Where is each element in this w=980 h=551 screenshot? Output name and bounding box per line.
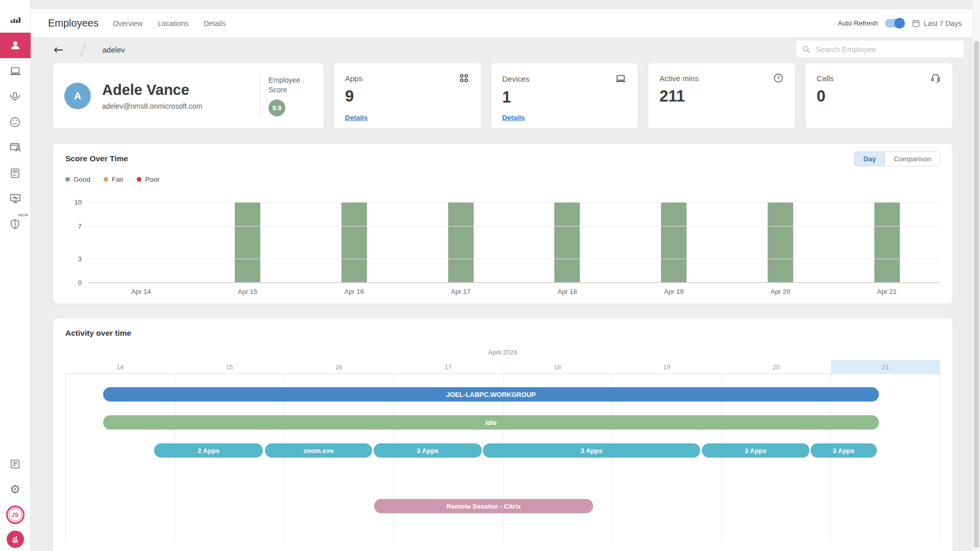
x-tick-label: Apr 21 xyxy=(834,288,940,295)
browser-user-icon xyxy=(9,141,22,154)
day-cell-21[interactable]: 21 xyxy=(831,360,940,373)
day-cell-17[interactable]: 17 xyxy=(394,360,503,373)
x-tick-label: Apr 14 xyxy=(88,288,194,295)
view-toggle-day[interactable]: Day xyxy=(854,152,885,166)
sidebar-item-notes[interactable] xyxy=(0,451,31,477)
tab-details[interactable]: Details xyxy=(204,16,226,31)
auto-refresh-label: Auto Refresh xyxy=(838,19,878,27)
employee-score-badge: 9.9 xyxy=(268,99,285,116)
stat-card-apps: Apps9Details xyxy=(334,63,481,129)
breadcrumb-divider xyxy=(80,42,87,57)
date-range-picker[interactable]: Last 7 Days xyxy=(912,19,962,28)
back-arrow-icon[interactable]: ← xyxy=(54,44,63,56)
gantt-bar-apps[interactable]: 3 Apps xyxy=(702,443,810,458)
day-cell-20[interactable]: 20 xyxy=(722,360,831,373)
gantt-bar-apps[interactable]: 3 Apps xyxy=(374,443,481,458)
legend-item-fair: Fair xyxy=(104,176,124,183)
page-header: Employees OverviewLocationsDetails Auto … xyxy=(31,9,980,38)
employee-name: Adele Vance xyxy=(102,82,252,98)
scrollbar-thumb[interactable] xyxy=(974,41,979,548)
gridline xyxy=(88,282,940,283)
monitor-pulse-icon xyxy=(9,192,22,205)
breadcrumb: ← adelev xyxy=(31,38,980,61)
sidebar-item-reports[interactable] xyxy=(0,160,31,186)
employee-email: adelev@nms8.onmicrosoft.com xyxy=(102,102,252,110)
details-link[interactable]: Details xyxy=(345,114,368,121)
timeline-day-axis: 1415161718192021 xyxy=(65,360,940,373)
sidebar-item-wellbeing[interactable] xyxy=(0,109,31,135)
brand-logo-icon xyxy=(7,531,24,548)
gantt-bar-remote-session[interactable]: Remote Session - Citrix xyxy=(374,499,593,513)
details-link[interactable]: Details xyxy=(502,114,525,121)
y-tick-label: 3 xyxy=(78,255,82,263)
gridline xyxy=(88,226,940,227)
view-toggle-comparison[interactable]: Comparison xyxy=(885,152,940,166)
search-input[interactable] xyxy=(816,45,958,54)
sidebar-item-meetings[interactable] xyxy=(0,84,31,109)
stat-label: Calls xyxy=(817,74,834,83)
score-over-time-panel: Score Over Time DayComparison GoodFairPo… xyxy=(53,144,952,304)
calendar-icon xyxy=(912,19,920,28)
stat-value: 1 xyxy=(502,88,627,107)
stat-label: Active mins xyxy=(659,74,699,83)
main-content: Employees OverviewLocationsDetails Auto … xyxy=(31,0,980,551)
score-chart-x-axis: Apr 14Apr 15Apr 16Apr 17Apr 18Apr 19Apr … xyxy=(88,288,940,295)
employee-avatar: A xyxy=(64,83,91,109)
legend-label: Fair xyxy=(112,176,124,183)
sidebar-item-user-sessions[interactable] xyxy=(0,135,31,160)
date-range-label: Last 7 Days xyxy=(924,19,962,28)
employee-score-block: Employee Score 9.9 xyxy=(268,76,312,116)
gantt-bar-machine[interactable]: JOEL-LABPC.WORKGROUP xyxy=(103,387,879,402)
sidebar-item-settings[interactable]: ⚙ xyxy=(0,477,31,502)
sidebar-item-analytics[interactable] xyxy=(0,7,31,33)
legend-label: Good xyxy=(74,176,90,183)
gantt-bar-apps[interactable]: 3 Apps xyxy=(811,443,877,458)
score-bar xyxy=(448,203,474,283)
gantt-bar-apps[interactable]: zoom.exe xyxy=(265,443,372,458)
day-comparison-toggle: DayComparison xyxy=(854,152,940,166)
notes-icon xyxy=(9,458,21,470)
gantt-bar-apps[interactable]: 3 Apps xyxy=(483,443,700,458)
employee-identity: Adele Vance adelev@nms8.onmicrosoft.com xyxy=(102,82,252,110)
sidebar-item-employees[interactable] xyxy=(0,33,31,58)
day-cell-16[interactable]: 16 xyxy=(284,360,394,373)
tab-locations[interactable]: Locations xyxy=(158,16,188,31)
smiley-icon xyxy=(9,116,21,129)
laptop-icon xyxy=(9,64,22,78)
new-badge: NEW xyxy=(18,213,28,217)
page-title: Employees xyxy=(48,17,99,29)
stat-value: 0 xyxy=(817,87,941,106)
brand-logo-item[interactable] xyxy=(0,528,31,551)
laptop-icon xyxy=(615,72,627,85)
avatar-initials: JS xyxy=(9,508,22,521)
stat-card-active-mins: Active mins211 xyxy=(648,63,795,129)
day-cell-18[interactable]: 18 xyxy=(503,360,612,373)
bar-chart-icon xyxy=(9,14,21,26)
score-bar xyxy=(235,203,260,283)
y-tick-label: 0 xyxy=(78,279,82,287)
microphone-icon xyxy=(9,90,21,103)
sidebar-item-monitoring[interactable] xyxy=(0,186,31,211)
activity-over-time-panel: Activity over time April 2024 1415161718… xyxy=(53,318,952,551)
gantt-bar-idle[interactable]: Idle xyxy=(103,415,879,430)
user-avatar-menu[interactable]: JS xyxy=(0,502,31,528)
score-bar xyxy=(554,203,580,283)
legend-dot xyxy=(104,177,108,182)
x-tick-label: Apr 18 xyxy=(514,288,621,295)
tab-overview[interactable]: Overview xyxy=(113,16,142,31)
employee-card: A Adele Vance adelev@nms8.onmicrosoft.co… xyxy=(53,63,324,129)
gear-icon: ⚙ xyxy=(10,484,20,495)
legend-item-poor: Poor xyxy=(137,176,160,183)
day-cell-15[interactable]: 15 xyxy=(175,360,284,373)
day-cell-19[interactable]: 19 xyxy=(612,360,721,373)
x-tick-label: Apr 15 xyxy=(194,288,301,295)
stat-value: 211 xyxy=(659,87,784,106)
activity-panel-title: Activity over time xyxy=(65,329,940,338)
stat-label: Apps xyxy=(345,74,362,83)
day-cell-14[interactable]: 14 xyxy=(65,360,175,373)
sidebar-item-security[interactable]: NEW xyxy=(0,211,31,237)
employee-search xyxy=(795,40,965,58)
gantt-bar-apps[interactable]: 2 Apps xyxy=(154,443,263,458)
sidebar-item-devices[interactable] xyxy=(0,58,31,84)
auto-refresh-toggle[interactable] xyxy=(885,19,904,28)
